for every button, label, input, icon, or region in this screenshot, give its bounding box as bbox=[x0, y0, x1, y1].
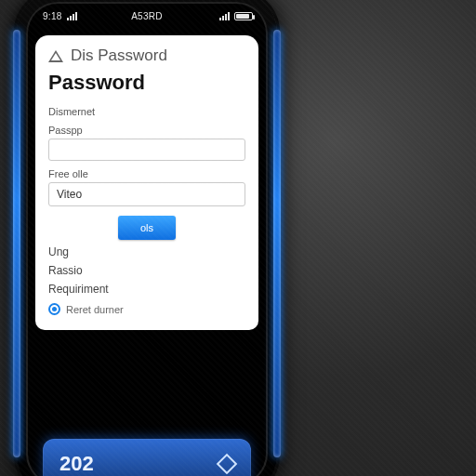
signal-icon bbox=[219, 12, 230, 20]
field-label-1: Dismernet bbox=[48, 106, 245, 117]
bottom-widget[interactable]: 202 bbox=[43, 439, 251, 476]
phone-frame: 9:18 A53RD Dis Password Password Dismern… bbox=[17, 0, 277, 476]
phone-screen: 9:18 A53RD Dis Password Password Dismern… bbox=[26, 2, 268, 476]
sub-text-3: Requiriment bbox=[48, 283, 245, 296]
sub-text-2: Rassio bbox=[48, 264, 245, 277]
card-header: Dis Password bbox=[48, 46, 245, 65]
triangle-icon bbox=[48, 50, 63, 62]
field-label-3: Free olle bbox=[48, 168, 245, 179]
signal-icon bbox=[67, 12, 77, 20]
radio-label: Reret durner bbox=[66, 304, 124, 315]
widget-number: 202 bbox=[60, 452, 94, 476]
input-main[interactable] bbox=[48, 182, 245, 206]
status-bar: 9:18 A53RD bbox=[26, 2, 268, 30]
status-time: 9:18 bbox=[43, 11, 62, 21]
submit-button[interactable]: ols bbox=[118, 216, 176, 240]
radio-icon bbox=[48, 303, 60, 315]
input-passpp[interactable] bbox=[48, 139, 245, 161]
status-carrier: A53RD bbox=[131, 11, 163, 21]
radio-option[interactable]: Reret durner bbox=[48, 303, 245, 315]
password-card: Dis Password Password Dismernet Passpp F… bbox=[35, 35, 258, 330]
card-header-label: Dis Password bbox=[71, 46, 167, 65]
battery-icon bbox=[234, 12, 253, 20]
field-label-2: Passpp bbox=[48, 125, 245, 136]
diamond-icon bbox=[217, 454, 238, 475]
sub-text-1: Ung bbox=[48, 245, 245, 258]
card-title: Password bbox=[48, 71, 245, 95]
